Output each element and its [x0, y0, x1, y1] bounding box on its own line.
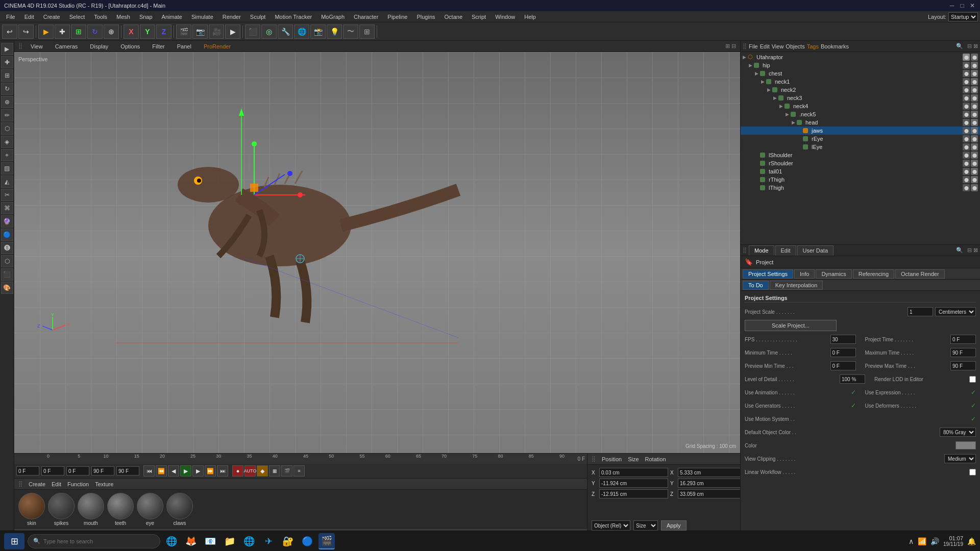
key-frame-input[interactable]	[41, 466, 64, 475]
menu-mograph[interactable]: MoGraph	[317, 13, 349, 21]
subtab-dynamics[interactable]: Dynamics	[816, 269, 851, 279]
coord-system-select[interactable]: Object (Rel) World	[592, 520, 630, 531]
menu-pipeline[interactable]: Pipeline	[383, 13, 411, 21]
use-gen-check[interactable]: ✓	[851, 402, 856, 409]
tray-chevron[interactable]: ∧	[909, 537, 914, 545]
menu-octane[interactable]: Octane	[440, 13, 467, 21]
vp-menu-display[interactable]: Display	[86, 42, 112, 51]
left-tool-select[interactable]: ▶	[1, 43, 13, 55]
tree-lthigh[interactable]: lThigh ⬤ ⬤	[741, 184, 980, 192]
tree-head[interactable]: ▶ head ⬤ ⬤	[741, 118, 980, 127]
render-picture[interactable]: 📷	[192, 24, 208, 39]
vis-tail01[interactable]: ⬤	[963, 168, 970, 175]
prev-frame-btn[interactable]: ⏪	[156, 465, 167, 477]
redo-btn[interactable]: ↪	[18, 24, 34, 39]
menu-tools[interactable]: Tools	[90, 13, 111, 21]
sub2tab-key-interpolation[interactable]: Key Interpolation	[770, 281, 823, 290]
preview-min-input[interactable]	[830, 361, 856, 370]
menu-plugins[interactable]: Plugins	[412, 13, 439, 21]
tree-tail01[interactable]: tail01 ⬤ ⬤	[741, 167, 980, 176]
om-file[interactable]: File	[749, 43, 758, 49]
project-scale-unit[interactable]: CentimetersMeters	[935, 307, 976, 316]
vis2-lshoulder[interactable]: ⬤	[971, 152, 978, 159]
use-motion-check[interactable]: ✓	[971, 415, 976, 422]
obj-rot-tab[interactable]: Rotation	[645, 456, 666, 462]
left-tool-9[interactable]: ⌖	[1, 149, 13, 161]
tree-chest[interactable]: ▶ chest ⬤ ⬤	[741, 69, 980, 78]
obj-pos-tab[interactable]: Position	[602, 456, 622, 462]
max-time-input[interactable]	[950, 348, 976, 357]
left-tool-scale[interactable]: ⊞	[1, 69, 13, 82]
vis2-reye[interactable]: ⬤	[971, 135, 978, 142]
left-tool-18[interactable]: ⬛	[1, 268, 13, 281]
camera-obj[interactable]: 📸	[310, 24, 326, 39]
left-tool-6[interactable]: ✏	[1, 109, 13, 121]
mat-texture[interactable]: Texture	[95, 481, 113, 487]
close-btn[interactable]: ✕	[969, 2, 976, 9]
vis-neck2[interactable]: ⬤	[963, 86, 970, 93]
vis2-neck2[interactable]: ⬤	[971, 86, 978, 93]
menu-motion-tracker[interactable]: Motion Tracker	[271, 13, 316, 21]
light-obj[interactable]: 💡	[327, 24, 342, 39]
pos-y-input[interactable]	[599, 479, 668, 488]
obj-size-tab[interactable]: Size	[628, 456, 639, 462]
tray-notification[interactable]: 🔔	[967, 537, 976, 545]
layout-select[interactable]: Startup	[948, 12, 978, 21]
project-time-input[interactable]	[950, 335, 976, 344]
fps-input[interactable]	[830, 335, 856, 344]
vp-menu-options[interactable]: Options	[116, 42, 144, 51]
menu-render[interactable]: Render	[218, 13, 245, 21]
vis-lshoulder[interactable]: ⬤	[963, 152, 970, 159]
taskbar-icon-firefox[interactable]: 🦊	[183, 533, 199, 549]
vis-lthigh[interactable]: ⬤	[963, 184, 970, 191]
material-teeth[interactable]: teeth	[107, 493, 134, 526]
sub2tab-todo[interactable]: To Do	[743, 281, 769, 290]
next-key-btn[interactable]: ▶	[192, 465, 204, 477]
project-scale-input[interactable]	[908, 307, 933, 316]
vis-leye[interactable]: ⬤	[963, 143, 970, 151]
vis2-neck3[interactable]: ⬤	[971, 94, 978, 102]
vis2-neck5[interactable]: ⬤	[971, 111, 978, 118]
vis2-hip[interactable]: ⬤	[971, 62, 978, 69]
menu-sculpt[interactable]: Sculpt	[246, 13, 270, 21]
menu-script[interactable]: Script	[468, 13, 490, 21]
om-edit[interactable]: Edit	[760, 43, 770, 49]
left-tool-10[interactable]: ▧	[1, 162, 13, 174]
material-claws[interactable]: claws	[166, 493, 193, 526]
vis2-rthigh[interactable]: ⬤	[971, 176, 978, 183]
menu-file[interactable]: File	[2, 13, 19, 21]
prev-key-btn[interactable]: ◀	[168, 465, 179, 477]
vis2-lthigh[interactable]: ⬤	[971, 184, 978, 191]
tree-rthigh[interactable]: rThigh ⬤ ⬤	[741, 176, 980, 184]
left-tool-rotate[interactable]: ↻	[1, 83, 13, 95]
left-tool-5[interactable]: ⊕	[1, 96, 13, 108]
auto-key-btn[interactable]: AUTO	[244, 465, 256, 477]
vis2-tail01[interactable]: ⬤	[971, 168, 978, 175]
timeline-mode-btn[interactable]: ▦	[269, 465, 280, 477]
left-tool-7[interactable]: ⬡	[1, 122, 13, 135]
left-tool-8[interactable]: ◈	[1, 136, 13, 148]
menu-character[interactable]: Character	[350, 13, 382, 21]
vis2-neck4[interactable]: ⬤	[971, 103, 978, 110]
tree-leye[interactable]: lEye ⬤ ⬤	[741, 143, 980, 151]
vp-menu-filter[interactable]: Filter	[148, 42, 168, 51]
vis-neck1[interactable]: ⬤	[963, 78, 970, 85]
vis2-chest[interactable]: ⬤	[971, 70, 978, 77]
left-tool-move[interactable]: ✚	[1, 56, 13, 68]
tree-neck5[interactable]: ▶ .neck5 ⬤ ⬤	[741, 110, 980, 118]
vis-reye[interactable]: ⬤	[963, 135, 970, 142]
vp-menu-view[interactable]: View	[27, 42, 47, 51]
vis2-utahraptor[interactable]: ⬤	[971, 54, 978, 61]
menu-simulate[interactable]: Simulate	[187, 13, 217, 21]
viewport[interactable]: Perspective	[14, 52, 740, 453]
start-button[interactable]: ⊞	[4, 533, 24, 549]
vis-neck5[interactable]: ⬤	[963, 111, 970, 118]
tree-neck1[interactable]: ▶ neck1 ⬤ ⬤	[741, 78, 980, 86]
vp-menu-cameras[interactable]: Cameras	[51, 42, 82, 51]
menu-window[interactable]: Window	[491, 13, 519, 21]
left-tool-15[interactable]: 🔵	[1, 229, 13, 241]
vis-neck4[interactable]: ⬤	[963, 103, 970, 110]
min-time-input[interactable]	[830, 348, 856, 357]
left-tool-13[interactable]: ⌘	[1, 202, 13, 214]
y-axis[interactable]: Y	[140, 24, 155, 39]
